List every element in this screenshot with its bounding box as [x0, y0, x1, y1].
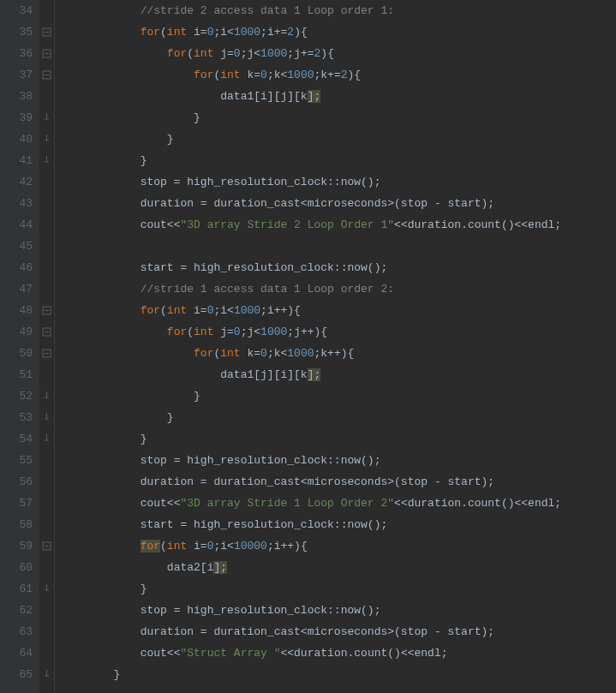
line-number: 41: [5, 150, 33, 171]
token-kw: for: [167, 326, 187, 338]
token-id: ;j<: [241, 326, 260, 338]
token-str: "Struct Array ": [180, 647, 280, 660]
token-id: data2[i: [167, 561, 214, 574]
token-op: (: [187, 326, 194, 338]
code-line[interactable]: for(int i=0;i<1000;i++){: [60, 300, 561, 321]
token-num: 0: [234, 326, 241, 338]
token-id: j=: [213, 326, 233, 338]
fold-end-icon[interactable]: [42, 391, 51, 401]
token-kw: for: [194, 69, 213, 81]
fold-end-icon[interactable]: [42, 584, 51, 594]
fold-end-icon[interactable]: [42, 413, 51, 422]
fold-gutter[interactable]: [39, 0, 55, 693]
code-line[interactable]: }: [60, 128, 561, 150]
code-line[interactable]: }: [60, 578, 561, 600]
token-id: i=: [187, 26, 206, 39]
code-area[interactable]: //stride 2 access data 1 Loop order 1: f…: [55, 0, 561, 693]
fold-toggle-icon[interactable]: [42, 70, 51, 80]
code-line[interactable]: stop = high_resolution_clock::now();: [60, 450, 561, 471]
token-id: cout<<: [141, 497, 181, 510]
token-id: ;j++){: [287, 326, 327, 338]
token-kw: int: [167, 26, 187, 39]
line-number: 56: [5, 471, 33, 493]
line-number: 59: [5, 535, 33, 557]
code-line[interactable]: //stride 1 access data 1 Loop order 2:: [60, 278, 561, 300]
token-num: 2: [287, 26, 294, 39]
token-id: data1[i][j][k: [220, 90, 307, 103]
code-line[interactable]: cout<<"3D array Stride 1 Loop Order 2"<<…: [60, 493, 561, 514]
token-cmt: //stride 2 access data 1 Loop order 1:: [141, 4, 394, 17]
code-line[interactable]: [60, 236, 561, 257]
code-line[interactable]: }: [60, 385, 561, 407]
token-op: }: [194, 390, 200, 403]
code-line[interactable]: duration = duration_cast<microseconds>(s…: [60, 621, 561, 642]
code-line[interactable]: data1[i][j][k];: [60, 86, 561, 107]
token-id: ;j<: [241, 47, 260, 60]
code-line[interactable]: }: [60, 407, 561, 428]
code-line[interactable]: data2[i];: [60, 557, 561, 578]
fold-end-icon[interactable]: [42, 434, 51, 444]
token-id: ;k++){: [314, 347, 355, 360]
fold-end-icon[interactable]: [42, 134, 51, 144]
code-line[interactable]: }: [60, 150, 561, 171]
token-op: ];: [213, 561, 227, 574]
fold-toggle-icon[interactable]: [42, 306, 51, 315]
line-number: 36: [5, 43, 33, 64]
code-line[interactable]: for(int k=0;k<1000;k++){: [60, 343, 561, 364]
token-op: }: [167, 133, 174, 146]
line-number: 50: [5, 343, 33, 364]
code-editor[interactable]: 3435363738394041424344454647484950515253…: [0, 0, 616, 693]
token-op: ];: [308, 368, 321, 381]
token-id: i=: [187, 540, 206, 553]
code-line[interactable]: //stride 2 access data 1 Loop order 1:: [60, 0, 561, 21]
code-line[interactable]: start = high_resolution_clock::now();: [60, 257, 561, 278]
fold-end-icon[interactable]: [42, 113, 51, 122]
fold-toggle-icon[interactable]: [42, 349, 51, 358]
fold-toggle-icon[interactable]: [42, 49, 51, 58]
line-number: 35: [5, 21, 33, 43]
token-id: ;k<: [267, 69, 287, 81]
token-num: 1000: [234, 304, 260, 317]
token-op: }: [141, 582, 147, 595]
line-number: 39: [5, 107, 33, 128]
code-line[interactable]: stop = high_resolution_clock::now();: [60, 600, 561, 621]
line-number: 62: [5, 600, 33, 621]
token-kw: for: [141, 540, 160, 553]
token-id: <<duration.count()<<endl;: [394, 218, 561, 231]
code-line[interactable]: }: [60, 428, 561, 450]
line-number: 51: [5, 364, 33, 385]
fold-end-icon[interactable]: [42, 670, 51, 679]
token-kw: for: [141, 26, 160, 39]
token-op: }: [194, 111, 200, 124]
token-id: stop = high_resolution_clock::now();: [141, 454, 381, 467]
line-number: 63: [5, 621, 33, 642]
fold-toggle-icon[interactable]: [42, 541, 51, 551]
code-line[interactable]: for(int k=0;k<1000;k+=2){: [60, 64, 561, 86]
code-line[interactable]: cout<<"3D array Stride 2 Loop Order 1"<<…: [60, 214, 561, 236]
fold-end-icon[interactable]: [42, 156, 51, 165]
code-line[interactable]: start = high_resolution_clock::now();: [60, 514, 561, 535]
code-line[interactable]: for(int i=0;i<1000;i+=2){: [60, 21, 561, 43]
token-id: ;j+=: [287, 47, 314, 60]
code-line[interactable]: data1[j][i][k];: [60, 364, 561, 385]
code-line[interactable]: for(int j=0;j<1000;j++){: [60, 321, 561, 343]
line-number: 54: [5, 428, 33, 450]
fold-toggle-icon[interactable]: [42, 27, 51, 37]
line-number: 61: [5, 578, 33, 600]
code-line[interactable]: for(int j=0;j<1000;j+=2){: [60, 43, 561, 64]
code-line[interactable]: duration = duration_cast<microseconds>(s…: [60, 471, 561, 493]
code-line[interactable]: for(int i=0;i<10000;i++){: [60, 535, 561, 557]
line-number: 34: [5, 0, 33, 21]
code-line[interactable]: }: [60, 107, 561, 128]
code-line[interactable]: duration = duration_cast<microseconds>(s…: [60, 193, 561, 214]
line-number: 48: [5, 300, 33, 321]
token-id: duration = duration_cast<microseconds>(s…: [141, 475, 494, 488]
line-number: 40: [5, 128, 33, 150]
fold-toggle-icon[interactable]: [42, 327, 51, 337]
code-line[interactable]: cout<<"Struct Array "<<duration.count()<…: [60, 642, 561, 664]
token-num: 1000: [234, 26, 260, 39]
token-id: ;i<: [213, 304, 233, 317]
code-line[interactable]: stop = high_resolution_clock::now();: [60, 171, 561, 193]
code-line[interactable]: }: [60, 664, 561, 685]
token-id: j=: [213, 47, 233, 60]
